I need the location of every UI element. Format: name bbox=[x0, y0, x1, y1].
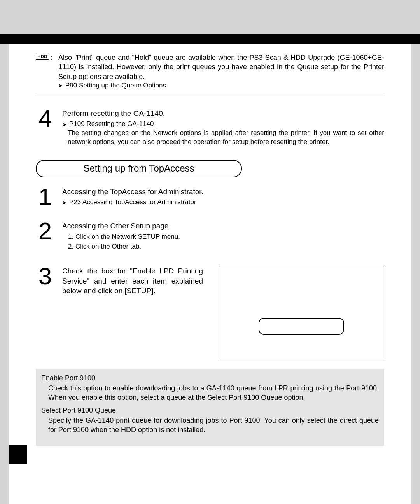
step4-ref-text: P109 Resetting the GA-1140 bbox=[69, 120, 154, 129]
hdd-icon-column: HDD : bbox=[36, 53, 54, 90]
step4-title: Perform resetting the GA-1140. bbox=[62, 108, 384, 119]
ta-step1-title: Accessing the TopAccess for Administrato… bbox=[62, 187, 384, 197]
desc-select-text: Specify the GA-1140 print queue for down… bbox=[48, 416, 379, 435]
step4-ref: ➤ P109 Resetting the GA-1140 bbox=[62, 120, 384, 129]
ta-step2-title: Accessing the Other Setup page. bbox=[62, 221, 384, 231]
figure-placeholder bbox=[219, 266, 384, 359]
ta-step-1: 1 Accessing the TopAccess for Administra… bbox=[36, 187, 384, 207]
hdd-ref-text: P90 Setting up the Queue Options bbox=[65, 81, 166, 90]
ta-step3-text: Check the box for "Enable LPD Printing S… bbox=[62, 266, 203, 359]
document-page: HDD : Also "Print" queue and "Hold" queu… bbox=[9, 44, 411, 504]
hdd-icon: HDD bbox=[36, 53, 49, 60]
header-bar bbox=[0, 34, 420, 44]
arrow-right-icon: ➤ bbox=[62, 122, 67, 127]
hdd-note-text: Also "Print" queue and "Hold" queue are … bbox=[58, 53, 384, 81]
ta-step-2: 2 Accessing the Other Setup page. Click … bbox=[36, 221, 384, 252]
hdd-note-block: HDD : Also "Print" queue and "Hold" queu… bbox=[36, 53, 384, 94]
arrow-right-icon: ➤ bbox=[58, 83, 63, 88]
desc-select-label: Select Port 9100 Queue bbox=[41, 406, 379, 415]
step-4: 4 Perform resetting the GA-1140. ➤ P109 … bbox=[36, 108, 384, 147]
ta-step-3-row: 3 Check the box for "Enable LPD Printing… bbox=[36, 266, 384, 359]
step4-note: The setting changes on the Network optio… bbox=[68, 129, 384, 147]
list-item: Click on the Other tab. bbox=[75, 242, 384, 251]
figure-inner-box bbox=[259, 318, 344, 335]
ta-step-3: 3 Check the box for "Enable LPD Printing… bbox=[36, 266, 203, 359]
step-number: 1 bbox=[36, 187, 54, 207]
step-number: 2 bbox=[36, 221, 54, 252]
step-number: 4 bbox=[36, 108, 54, 147]
desc-port9100-label: Enable Port 9100 bbox=[41, 373, 379, 383]
list-item: Click on the Network SETUP menu. bbox=[75, 233, 384, 242]
ta-step2-list: Click on the Network SETUP menu. Click o… bbox=[75, 233, 384, 251]
desc-port9100-text: Check this option to enable downloading … bbox=[48, 383, 379, 402]
page-marker bbox=[9, 445, 27, 464]
hdd-ref: ➤ P90 Setting up the Queue Options bbox=[58, 81, 384, 90]
hdd-colon: : bbox=[51, 53, 52, 62]
ta-step1-ref: ➤ P23 Accessing TopAccess for Administra… bbox=[62, 198, 384, 207]
step-number: 3 bbox=[36, 266, 54, 359]
arrow-right-icon: ➤ bbox=[62, 200, 67, 205]
description-box: Enable Port 9100 Check this option to en… bbox=[36, 369, 384, 446]
ta-step1-ref-text: P23 Accessing TopAccess for Administrato… bbox=[69, 198, 196, 207]
section-heading: Setting up from TopAccess bbox=[36, 160, 242, 177]
